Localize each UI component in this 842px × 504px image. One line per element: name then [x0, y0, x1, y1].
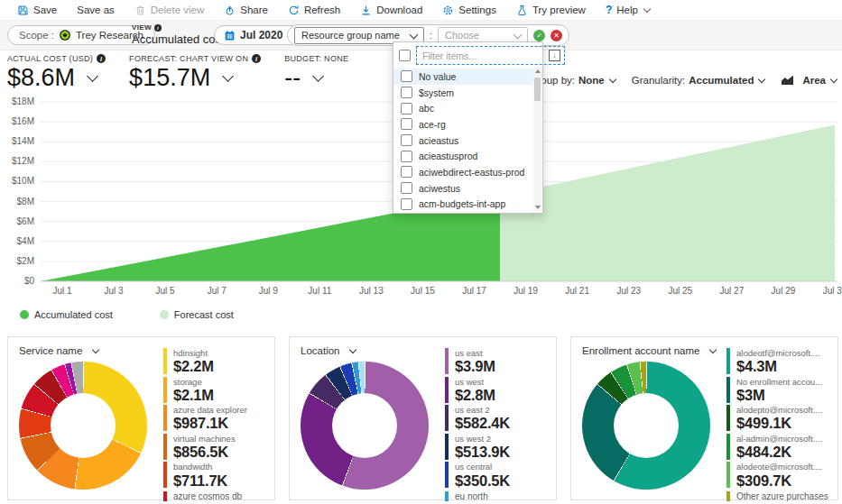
dropdown-scrollbar[interactable]: [533, 67, 541, 212]
donut-legend-item[interactable]: No enrollment accou...$3M: [726, 377, 832, 404]
dropdown-list: No value$systemabcace-rgacieastusacieast…: [393, 69, 542, 212]
donut-legend-item[interactable]: al-admin@microsoft....$484.2K: [726, 434, 832, 461]
donut-legend-item[interactable]: us west 2$513.9K: [445, 434, 551, 461]
chevron-down-icon: [92, 346, 99, 353]
donut-card-header[interactable]: Service name: [19, 345, 98, 356]
item-checkbox[interactable]: [401, 182, 412, 194]
save-button[interactable]: Save: [7, 0, 67, 20]
legend-name: azure cosmos db: [173, 491, 242, 502]
item-checkbox[interactable]: [401, 118, 412, 130]
chevron-down-icon: [758, 75, 765, 82]
donut-legend-item[interactable]: Other azure purchases: [726, 491, 832, 502]
directory-icon: [60, 30, 70, 41]
scroll-up-icon[interactable]: [535, 69, 541, 73]
legend-dot: [20, 310, 29, 319]
chevron-down-icon: [312, 70, 324, 82]
x-axis-tick: Jul 17: [452, 286, 497, 296]
item-label: abc: [419, 103, 434, 114]
refresh-button[interactable]: Refresh: [278, 0, 350, 20]
donut-legend-item[interactable]: virtual machines$856.5K: [163, 434, 269, 461]
download-button[interactable]: Download: [350, 0, 432, 20]
donut-legend-item[interactable]: alodeotf@microsoft....$4.3M: [726, 348, 832, 375]
dropdown-item[interactable]: No value: [393, 69, 542, 85]
dropdown-item[interactable]: abc: [393, 100, 542, 116]
legend-color-bar: [163, 462, 167, 488]
donut-card-header[interactable]: Location: [301, 345, 356, 356]
legend-item[interactable]: Accumulated cost: [20, 309, 113, 320]
actual-cost-kpi[interactable]: ACTUAL COST (USD)$8.6M: [7, 54, 106, 92]
item-checkbox[interactable]: [401, 134, 412, 146]
view-label: VIEW: [132, 23, 152, 32]
select-all-checkbox[interactable]: [399, 50, 411, 61]
item-checkbox[interactable]: [401, 166, 412, 178]
donut-card-header[interactable]: Enrollment account name: [582, 345, 716, 356]
help-button[interactable]: Help: [596, 0, 660, 20]
dropdown-item[interactable]: aciwestus: [393, 180, 542, 197]
donut-legend-item[interactable]: us east 2$582.4K: [445, 405, 551, 432]
legend-label: Accumulated cost: [34, 309, 113, 320]
legend-item[interactable]: Forecast cost: [160, 309, 234, 320]
dropdown-item[interactable]: aciwebdirect-eastus-prod: [393, 164, 542, 180]
dropdown-item[interactable]: acieastus: [393, 133, 542, 149]
donut-legend-item[interactable]: alodepto@microsoft....$499.1K: [726, 405, 832, 432]
dropdown-item[interactable]: $system: [393, 85, 542, 101]
x-axis-tick: Jul 15: [400, 286, 445, 296]
chart-controls: Group by: None Granularity: Accumulated …: [530, 74, 837, 86]
settings-button[interactable]: Settings: [432, 0, 506, 20]
donut-card-title: Service name: [19, 345, 82, 356]
item-label: aciwestus: [419, 183, 460, 194]
scroll-down-icon[interactable]: [535, 206, 541, 209]
donut-legend-item[interactable]: us west$2.8M: [445, 377, 551, 404]
dropdown-item[interactable]: acm-budgets-int-app: [393, 197, 542, 213]
flask-icon: [516, 5, 528, 16]
save-as-button[interactable]: Save as: [67, 0, 125, 20]
legend-value: $309.7K: [736, 472, 822, 489]
legend-color-bar: [726, 405, 730, 431]
legend-value: $2.1M: [173, 387, 214, 403]
donut-legend-item[interactable]: azure cosmos db: [163, 491, 269, 502]
item-checkbox[interactable]: [401, 198, 412, 210]
donut-legend-item[interactable]: bandwidth$711.7K: [163, 462, 269, 489]
donut-legend-item[interactable]: alodeote@microsoft....$309.7K: [726, 462, 832, 489]
apply-filter-icon[interactable]: [533, 30, 545, 41]
legend-color-bar: [445, 348, 449, 374]
forecast-kpi[interactable]: FORECAST: CHART VIEW ON$15.7M: [129, 54, 261, 92]
delete-view-button[interactable]: Delete view: [125, 0, 214, 20]
try-preview-button[interactable]: Try preview: [506, 0, 596, 20]
item-checkbox[interactable]: [401, 151, 412, 162]
item-checkbox[interactable]: [401, 70, 412, 82]
dropdown-item[interactable]: acieastusprod: [393, 148, 542, 164]
donut-legend: hdinsight$2.2Mstorage$2.1Mazure data exp…: [163, 348, 269, 504]
dropdown-filter-row: [393, 42, 542, 69]
discard-filter-icon[interactable]: [551, 30, 562, 41]
x-axis-tick: Jul 9: [245, 286, 291, 296]
download-icon: [360, 5, 372, 16]
save-icon: [17, 5, 29, 16]
calendar-icon: [224, 30, 236, 41]
legend-dot: [160, 310, 169, 319]
chart-type-control[interactable]: Area: [781, 74, 837, 86]
legend-color-bar: [726, 377, 730, 403]
x-axis-tick: Jul 25: [658, 286, 703, 296]
donut-legend-item[interactable]: hdinsight$2.2M: [163, 348, 269, 375]
toolbar-label: Delete view: [151, 5, 204, 15]
legend-name: us east: [455, 348, 495, 358]
granularity-control[interactable]: Granularity: Accumulated: [632, 75, 765, 86]
donut-legend-item[interactable]: storage$2.1M: [163, 377, 269, 404]
dropdown-item[interactable]: ace-rg: [393, 116, 542, 133]
donut-chart: [301, 362, 429, 490]
donut-legend-item[interactable]: us central$350.5K: [445, 462, 551, 489]
item-checkbox[interactable]: [401, 87, 412, 98]
donut-legend-item[interactable]: eu north: [445, 491, 551, 502]
share-button[interactable]: Share: [214, 0, 278, 20]
budget-kpi[interactable]: BUDGET: NONE--: [284, 54, 348, 92]
filter-items-input[interactable]: [421, 50, 546, 62]
donut-card-service-name: Service namehdinsight$2.2Mstorage$2.1Maz…: [7, 336, 275, 500]
item-checkbox[interactable]: [401, 103, 412, 115]
toolbar-label: Share: [240, 5, 268, 15]
scroll-thumb[interactable]: [534, 78, 541, 101]
donut-legend-item[interactable]: azure data explorer$987.1K: [163, 405, 269, 432]
donut-legend-item[interactable]: us east$3.9M: [445, 348, 551, 375]
item-label: acm-budgets-int-app: [419, 198, 505, 209]
filter-field-value: Resource group name: [301, 30, 400, 41]
